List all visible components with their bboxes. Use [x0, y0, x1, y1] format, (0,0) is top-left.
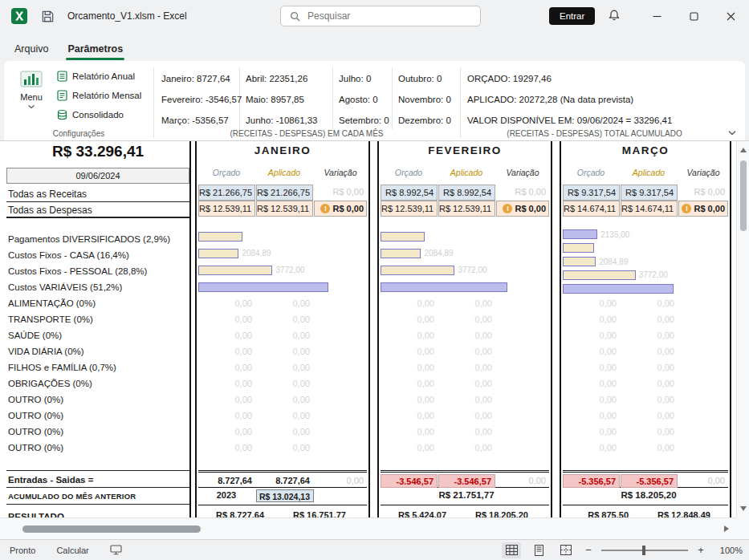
tab-arquivo[interactable]: Arquivo [5, 37, 58, 61]
zero-row: 0,000,00 [561, 392, 730, 408]
accessibility-icon[interactable] [110, 545, 122, 555]
receitas-value-cell[interactable]: R$ 21.266,75 [256, 185, 313, 201]
receitas-value-cell[interactable]: R$ 8.992,54 [381, 185, 438, 201]
vertical-scroll-thumb[interactable] [740, 160, 747, 231]
zero-cell: 0,00 [563, 424, 620, 440]
despesas-value-cell[interactable]: R$ 14.674,11 [563, 201, 620, 217]
zero-cell: 0,00 [256, 440, 313, 456]
entradas-value-cell[interactable]: -5.356,57 [621, 474, 678, 488]
category-cell[interactable]: OUTRO (0%) [6, 408, 189, 424]
available-total-cell[interactable]: R$ 33.296,41 [6, 143, 189, 160]
despesas-variacao-cell[interactable]: R$ 0,00 [314, 201, 367, 217]
category-cell[interactable]: SAÚDE (0%) [6, 327, 189, 343]
receitas-value-cell[interactable]: R$ 9.317,54 [563, 185, 620, 201]
despesas-variacao-cell[interactable]: R$ 0,00 [496, 201, 549, 217]
variacao-value: R$ 0,00 [515, 201, 546, 216]
despesas-value-cell[interactable]: R$ 12.539,11 [256, 201, 313, 217]
category-cell[interactable]: OUTRO (0%) [6, 424, 189, 440]
resultado-cell: R$ 8.727,64 [198, 510, 264, 517]
zero-cell: 0,00 [438, 295, 495, 311]
search-input[interactable]: Pesquisar [280, 6, 481, 26]
despesas-value-cell[interactable]: R$ 12.539,11 [198, 201, 255, 217]
acumulado-value-cell[interactable]: R$ 18.205,20 [596, 490, 701, 500]
data-bar [563, 270, 636, 280]
despesas-label-cell[interactable]: Todas as Despesas [6, 202, 189, 218]
bell-icon[interactable] [608, 9, 621, 22]
category-cell[interactable]: Custos VARIÁVEIS (51,2%) [6, 279, 189, 295]
receitas-variacao-cell[interactable]: R$ 0,00 [678, 185, 728, 201]
zoom-slider-thumb[interactable] [642, 546, 645, 555]
vertical-scrollbar[interactable] [736, 141, 749, 517]
zero-cell: 0,00 [256, 343, 313, 359]
maximize-button[interactable] [675, 0, 712, 32]
consolidado-label: Consolidado [72, 110, 124, 120]
date-cell[interactable]: 09/06/2024 [6, 168, 189, 184]
resultado-row: R$ 5.424,07R$ 18.205,20 [381, 509, 549, 517]
relatorio-mensal-button[interactable]: Relatório Mensal [57, 87, 141, 103]
acumulado-label-cell[interactable]: ACUMULADO DO MÊS ANTERIOR [6, 489, 189, 505]
receitas-value-cell[interactable]: R$ 8.992,54 [438, 185, 495, 201]
resultado-label-cell[interactable]: RESULTADO [6, 509, 189, 517]
entradas-value-cell[interactable]: -5.356,57 [563, 474, 620, 488]
status-calculate[interactable]: Calcular [56, 546, 88, 555]
menu-button[interactable]: Menu [10, 66, 52, 130]
save-icon[interactable] [41, 10, 55, 23]
minimize-button[interactable] [638, 0, 675, 32]
view-page-layout-button[interactable] [529, 542, 548, 558]
receitas-variacao-cell[interactable]: R$ 0,00 [496, 185, 549, 201]
despesas-value-cell[interactable]: R$ 12.539,11 [381, 201, 438, 217]
category-cell[interactable]: FILHOS e FAMÍLIA (0,7%) [6, 359, 189, 375]
entradas-value-cell[interactable]: -3.546,57 [438, 474, 495, 488]
acumulado-value-cell[interactable]: R$ 13.024,13 [256, 489, 314, 502]
entradas-value-cell[interactable]: 8.727,64 [198, 474, 255, 488]
tab-parametros[interactable]: Parâmetros [58, 37, 132, 61]
despesas-value-cell[interactable]: R$ 14.674,11 [621, 201, 678, 217]
category-cell[interactable]: Pagamentos DIVERSIFICADOS (2,9%) [6, 231, 189, 247]
scroll-down-arrow[interactable] [740, 506, 747, 511]
receitas-variacao-cell[interactable]: R$ 0,00 [314, 185, 367, 201]
consolidado-button[interactable]: Consolidado [57, 107, 124, 123]
month-header-cell[interactable]: FEVEREIRO [379, 144, 551, 156]
zoom-level[interactable]: 100% [714, 546, 743, 555]
view-page-break-button[interactable] [556, 542, 576, 558]
entradas-value-cell[interactable]: 8.727,64 [256, 474, 313, 488]
receitas-row: R$ 9.317,54R$ 9.317,54R$ 0,00 [561, 185, 730, 201]
entradas-value-cell[interactable]: -3.546,57 [381, 474, 438, 488]
category-cell[interactable]: OUTRO (0%) [6, 440, 189, 456]
despesas-variacao-cell[interactable]: R$ 0,00 [678, 201, 728, 217]
category-cell[interactable]: Custos Fixos - CASA (16,4%) [6, 247, 189, 263]
acumulado-value-cell[interactable]: R$ 21.751,77 [414, 490, 519, 500]
category-cell[interactable]: VIDA DIÁRIA (0%) [6, 343, 189, 359]
ribbon-value: Outubro: 0 [398, 68, 451, 89]
status-ready: Pronto [10, 546, 35, 555]
zoom-out-button[interactable]: − [584, 544, 593, 556]
category-cell[interactable]: OBRIGAÇÕES (0%) [6, 375, 189, 392]
receitas-value-cell[interactable]: R$ 21.266,75 [198, 185, 255, 201]
category-cell[interactable]: Custos Fixos - PESSOAL (28,8%) [6, 263, 189, 279]
sign-in-button[interactable]: Entrar [549, 7, 595, 25]
ribbon-divider [392, 67, 393, 129]
scroll-right-arrow[interactable] [724, 526, 729, 532]
category-cell[interactable]: ALIMENTAÇÃO (0%) [6, 295, 189, 311]
year-cell[interactable]: 2023 [198, 490, 254, 500]
category-bars: 2135,002084,893772,00 [563, 228, 728, 295]
entradas-label-cell[interactable]: Entradas - Saidas = [6, 470, 189, 488]
zoom-slider[interactable] [601, 550, 688, 551]
despesas-value-cell[interactable]: R$ 12.539,11 [438, 201, 495, 217]
window-title: Orcamento_V1.xlsm - Excel [67, 10, 187, 22]
scroll-up-arrow[interactable] [740, 148, 747, 152]
close-button[interactable] [712, 0, 749, 32]
receitas-value-cell[interactable]: R$ 9.317,54 [621, 185, 678, 201]
category-cell[interactable]: TRANSPORTE (0%) [6, 311, 189, 327]
category-cell[interactable]: OUTRO (0%) [6, 392, 189, 408]
month-header-cell[interactable]: JANEIRO [197, 144, 368, 156]
status-right: − + 100% [502, 540, 743, 560]
horizontal-scroll-thumb[interactable] [22, 526, 201, 533]
relatorio-anual-button[interactable]: Relatório Anual [57, 68, 135, 84]
view-normal-button[interactable] [502, 542, 521, 558]
zoom-in-button[interactable]: + [696, 544, 706, 556]
month-header-cell[interactable]: MARÇO [561, 144, 730, 156]
collapse-ribbon-chevron[interactable] [727, 130, 737, 136]
horizontal-scrollbar[interactable] [0, 517, 736, 539]
receitas-label-cell[interactable]: Todas as Receitas [6, 186, 189, 202]
